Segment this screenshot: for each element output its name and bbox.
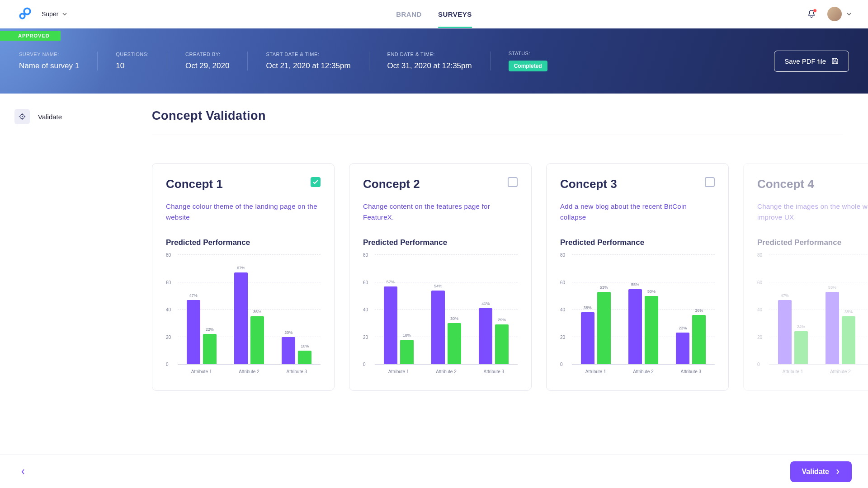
start-date: Oct 21, 2020 at 12:35pm <box>266 61 350 70</box>
save-pdf-button[interactable]: Save PDF file <box>774 51 849 72</box>
survey-infobar: APPROVED SURVEY NAME: Name of survey 1 Q… <box>0 28 868 94</box>
chart-bar: 50% <box>645 296 658 364</box>
concept-title: Concept 4 <box>757 177 814 191</box>
chart-bar: 41% <box>479 308 492 364</box>
performance-title: Predicted Performance <box>363 238 518 247</box>
chart-bar: 47% <box>187 300 200 364</box>
logo[interactable] <box>16 6 33 22</box>
questions-count: 10 <box>116 61 149 70</box>
info-label: SURVEY NAME: <box>19 52 79 57</box>
page-title: Concept Validation <box>152 109 868 123</box>
performance-title: Predicted Performance <box>560 238 715 247</box>
bar-value: 38% <box>584 305 592 310</box>
bar-value: 54% <box>434 284 442 288</box>
chart-bar: 23% <box>676 333 689 364</box>
y-tick: 80 <box>560 253 565 258</box>
y-tick: 0 <box>757 362 760 367</box>
bar-value: 35% <box>844 310 853 314</box>
y-tick: 40 <box>757 307 762 312</box>
bar-value: 30% <box>450 316 458 321</box>
sidebar-item-validate[interactable]: Validate <box>14 109 119 124</box>
chevron-right-icon <box>835 469 840 475</box>
avatar <box>827 7 842 21</box>
chart-bar: 53% <box>597 292 611 364</box>
concept-checkbox[interactable] <box>705 177 715 187</box>
chart-bar: 55% <box>628 289 642 364</box>
sidebar: Validate <box>0 94 134 391</box>
validate-label: Validate <box>802 468 829 476</box>
chart-bar: 35% <box>250 316 264 364</box>
chart-bar: 30% <box>448 323 461 364</box>
bar-value: 10% <box>301 344 309 348</box>
x-tick: Attribute 1 <box>178 365 225 374</box>
concept-checkbox[interactable] <box>508 177 518 187</box>
concept-description: Change content on the features page for … <box>363 201 518 223</box>
bar-value: 47% <box>189 293 198 298</box>
end-date: Oct 31, 2020 at 12:35pm <box>387 61 472 70</box>
bar-value: 35% <box>253 310 261 314</box>
chart-bar: 29% <box>495 324 509 364</box>
concept-card: Concept 4Change the images on the whole … <box>743 163 868 391</box>
chevron-down-icon <box>846 11 852 17</box>
info-label: END DATE & TIME: <box>387 52 472 57</box>
concept-description: Add a new blog about the recent BitCoin … <box>560 201 715 223</box>
y-tick: 80 <box>757 253 762 258</box>
x-tick: Attribute 2 <box>619 365 667 374</box>
x-tick: Attribute 3 <box>864 365 868 374</box>
chart-bar: 22% <box>203 334 217 364</box>
y-tick: 80 <box>363 253 368 258</box>
bar-value: 22% <box>206 327 214 332</box>
svg-point-0 <box>20 14 25 19</box>
chart-bar: 57% <box>384 286 397 364</box>
x-tick: Attribute 1 <box>769 365 816 374</box>
y-tick: 60 <box>166 280 171 285</box>
concept-card: Concept 2Change content on the features … <box>349 163 532 391</box>
bar-value: 18% <box>403 333 411 338</box>
bar-value: 47% <box>781 293 789 298</box>
x-tick: Attribute 2 <box>816 365 864 374</box>
bar-value: 20% <box>284 330 292 335</box>
chart-bar: 54% <box>431 291 445 364</box>
x-tick: Attribute 2 <box>422 365 470 374</box>
profile-menu[interactable] <box>827 7 852 21</box>
bar-value: 50% <box>647 289 656 294</box>
x-tick: Attribute 2 <box>225 365 273 374</box>
status-badge: Completed <box>509 61 547 71</box>
sidebar-item-label: Validate <box>38 113 62 121</box>
chart-bar: 36% <box>692 315 706 364</box>
chart-bar: 35% <box>842 316 855 364</box>
created-by: Oct 29, 2020 <box>185 61 229 70</box>
nav-surveys[interactable]: SURVEYS <box>438 0 472 28</box>
concept-card: Concept 1Change colour theme of the land… <box>152 163 335 391</box>
tenant-label: Super <box>42 10 58 18</box>
chart-bar: 53% <box>826 292 839 364</box>
y-tick: 40 <box>166 307 171 312</box>
x-tick: Attribute 3 <box>667 365 715 374</box>
bar-value: 23% <box>679 326 687 330</box>
validate-button[interactable]: Validate <box>790 461 852 482</box>
bar-value: 67% <box>237 266 245 270</box>
back-button[interactable] <box>16 465 30 479</box>
info-label: START DATE & TIME: <box>266 52 350 57</box>
notifications-button[interactable] <box>807 9 816 19</box>
save-icon <box>831 57 839 65</box>
nav-brand[interactable]: BRAND <box>396 0 422 28</box>
chart-bar: 10% <box>298 351 311 364</box>
footer-bar: Validate <box>0 455 868 488</box>
info-label: STATUS: <box>509 51 547 56</box>
bar-value: 53% <box>828 285 836 290</box>
y-tick: 0 <box>560 362 563 367</box>
concept-title: Concept 2 <box>363 177 420 191</box>
chart-bar: 24% <box>794 331 808 364</box>
divider <box>152 135 843 135</box>
y-tick: 0 <box>166 362 169 367</box>
predicted-performance-chart: 02040608047%24%53%35%20%10%Attribute 1At… <box>757 255 868 374</box>
y-tick: 20 <box>757 334 762 339</box>
y-tick: 60 <box>363 280 368 285</box>
x-tick: Attribute 1 <box>375 365 422 374</box>
tenant-selector[interactable]: Super <box>42 10 67 18</box>
concept-checkbox[interactable] <box>311 177 321 187</box>
bar-value: 53% <box>600 285 608 290</box>
bar-value: 41% <box>481 301 490 306</box>
save-pdf-label: Save PDF file <box>784 57 826 65</box>
